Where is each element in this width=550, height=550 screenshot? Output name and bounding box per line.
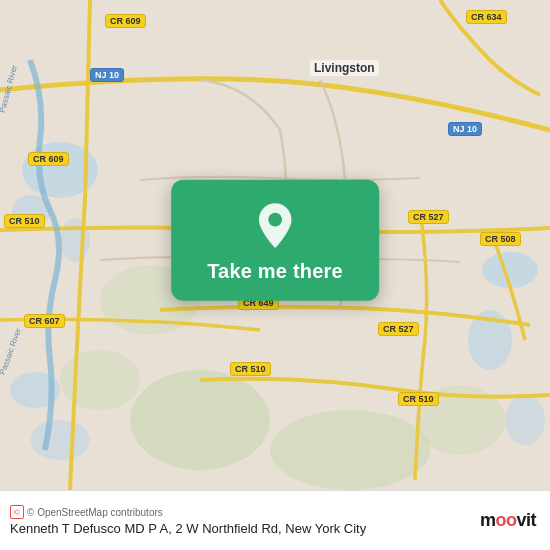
cr508-badge: CR 508 xyxy=(480,232,521,246)
cr510-mid-badge: CR 510 xyxy=(230,362,271,376)
moovit-logo: moovit xyxy=(480,510,536,531)
svg-point-14 xyxy=(268,213,282,227)
cr527-mid-badge: CR 527 xyxy=(378,322,419,336)
osm-logo-icon xyxy=(10,505,24,519)
cr607-badge: CR 607 xyxy=(24,314,65,328)
cr609-left-badge: CR 609 xyxy=(28,152,69,166)
cr510-left-badge: CR 510 xyxy=(4,214,45,228)
svg-point-9 xyxy=(130,370,270,470)
svg-point-13 xyxy=(60,350,140,410)
bottom-bar: © OpenStreetMap contributors Kenneth T D… xyxy=(0,490,550,550)
svg-point-8 xyxy=(30,420,90,460)
action-card[interactable]: Take me there xyxy=(171,180,379,301)
nj10-right-badge: NJ 10 xyxy=(448,122,482,136)
bottom-left-info: © OpenStreetMap contributors Kenneth T D… xyxy=(10,505,480,536)
location-pin-icon xyxy=(251,202,299,250)
place-name: Kenneth T Defusco MD P A, 2 W Northfield… xyxy=(10,521,480,536)
moovit-text: moovit xyxy=(480,510,536,531)
cr510-right-badge: CR 510 xyxy=(398,392,439,406)
cr527-top-badge: CR 527 xyxy=(408,210,449,224)
osm-credit-text: © OpenStreetMap contributors xyxy=(27,507,163,518)
nj10-left-badge: NJ 10 xyxy=(90,68,124,82)
osm-attribution: © OpenStreetMap contributors xyxy=(10,505,480,519)
map-container: Livingston Passaic River Passaic River C… xyxy=(0,0,550,490)
svg-point-6 xyxy=(505,395,545,445)
cr609-top-badge: CR 609 xyxy=(105,14,146,28)
cr634-badge: CR 634 xyxy=(466,10,507,24)
svg-point-10 xyxy=(270,410,430,490)
moovit-dot: oo xyxy=(495,510,516,530)
action-label[interactable]: Take me there xyxy=(207,260,343,283)
livingston-label: Livingston xyxy=(310,60,379,76)
